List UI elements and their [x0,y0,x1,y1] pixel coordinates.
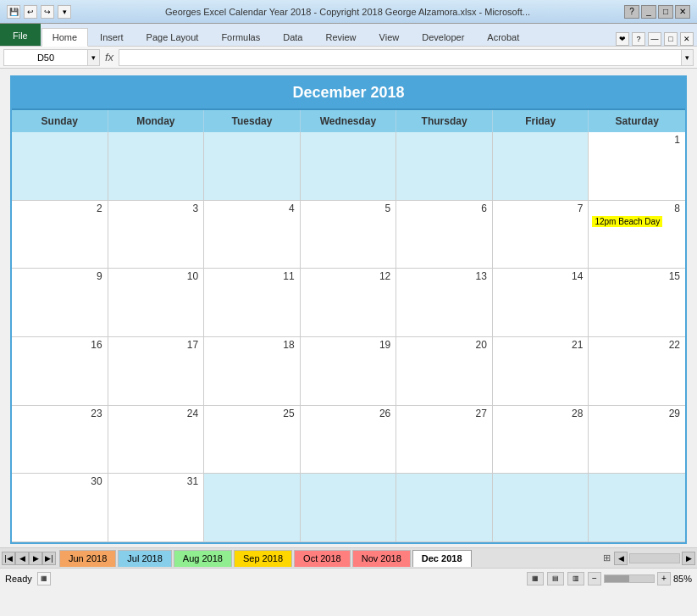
cal-day-1[interactable]: 1 [589,132,685,201]
cal-day-7[interactable]: 7 [493,201,589,269]
tab-formulas[interactable]: Formulas [210,27,271,46]
zoom-out-btn[interactable]: − [588,572,601,585]
cal-day-empty[interactable] [301,132,397,201]
scrollbar-right[interactable]: ▶ [682,552,695,565]
cal-day-29[interactable]: 29 [589,406,685,474]
tab-page-layout[interactable]: Page Layout [136,27,210,46]
cal-day-9[interactable]: 9 [12,269,108,337]
cal-day-empty[interactable] [108,132,205,201]
name-box[interactable]: D50 [3,49,88,66]
cal-day-empty-end[interactable] [396,474,493,542]
calendar-area: December 2018 Sunday Monday Tuesday Wedn… [10,75,687,544]
cal-day-11[interactable]: 11 [204,269,301,337]
cal-day-12[interactable]: 12 [301,269,397,337]
cal-day-22[interactable]: 22 [589,337,685,406]
sheet-tab-dec[interactable]: Dec 2018 [412,550,472,567]
redo-icon[interactable]: ↪ [41,5,54,19]
cal-day-empty[interactable] [396,132,493,201]
sheet-tab-aug[interactable]: Aug 2018 [174,550,232,567]
ribbon-restore-icon[interactable]: □ [664,32,678,46]
cal-day-14[interactable]: 14 [493,269,589,337]
cal-day-10[interactable]: 10 [108,269,205,337]
cal-day-18[interactable]: 18 [204,337,301,406]
cal-day-20[interactable]: 20 [396,337,493,406]
cal-day-empty[interactable] [493,132,589,201]
cal-day-15[interactable]: 15 [589,269,685,337]
zoom-slider[interactable] [604,574,655,583]
cal-day-empty-end[interactable] [589,474,685,542]
help-icon[interactable]: ? [624,5,639,19]
cal-day-25[interactable]: 25 [204,406,301,474]
cal-day-19[interactable]: 19 [301,337,397,406]
ribbon-help-icon[interactable]: ? [632,32,645,46]
ribbon-minimize-icon[interactable]: — [648,32,661,46]
cal-day-27[interactable]: 27 [396,406,493,474]
cal-day-23[interactable]: 23 [12,406,108,474]
zoom-level: 85% [673,574,692,584]
tab-acrobat[interactable]: Acrobat [476,27,530,46]
tab-developer[interactable]: Developer [411,27,475,46]
name-box-dropdown[interactable]: ▾ [88,49,100,66]
header-friday: Friday [493,110,589,132]
cal-day-30[interactable]: 30 [12,474,108,542]
cal-day-5[interactable]: 5 [301,201,397,269]
sheet-tab-jul[interactable]: Jul 2018 [118,550,172,567]
formula-input[interactable] [119,49,682,66]
tab-file[interactable]: File [0,24,41,46]
quick-access-more[interactable]: ▾ [58,5,71,19]
page-break-btn[interactable]: ▥ [567,572,584,585]
cal-day-empty[interactable] [204,132,301,201]
ribbon-close-icon[interactable]: ✕ [680,32,694,46]
calendar-header: Sunday Monday Tuesday Wednesday Thursday… [12,110,685,132]
sheet-tab-oct[interactable]: Oct 2018 [294,550,351,567]
cal-day-6[interactable]: 6 [396,201,493,269]
formula-dropdown[interactable]: ▾ [682,49,694,66]
horizontal-scrollbar[interactable] [629,553,680,563]
cal-day-31[interactable]: 31 [108,474,205,542]
undo-icon[interactable]: ↩ [24,5,37,19]
scrollbar-left[interactable]: ◀ [614,552,628,565]
event-beach-day[interactable]: 12pm Beach Day [592,216,662,227]
restore-icon[interactable]: □ [658,5,673,19]
header-tuesday: Tuesday [204,110,301,132]
sheet-tabs-row: |◀ ◀ ▶ ▶| Jun 2018 Jul 2018 Aug 2018 Sep… [0,547,697,568]
help-question-icon[interactable]: ❤ [616,32,629,46]
tab-home[interactable]: Home [41,28,88,47]
cal-day-28[interactable]: 28 [493,406,589,474]
sheet-tab-sep[interactable]: Sep 2018 [234,550,292,567]
tab-review[interactable]: Review [314,27,367,46]
tab-view[interactable]: View [368,27,411,46]
cal-day-2[interactable]: 2 [12,201,108,269]
cal-day-16[interactable]: 16 [12,337,108,406]
sheet-nav-first[interactable]: |◀ [2,552,15,565]
header-wednesday: Wednesday [301,110,397,132]
cal-day-13[interactable]: 13 [396,269,493,337]
sheet-tab-jun[interactable]: Jun 2018 [59,550,116,567]
close-icon[interactable]: ✕ [675,5,690,19]
cal-day-17[interactable]: 17 [108,337,205,406]
cal-day-26[interactable]: 26 [301,406,397,474]
cal-day-empty-end[interactable] [301,474,397,542]
page-layout-btn[interactable]: ▤ [547,572,564,585]
cal-day-empty-end[interactable] [204,474,301,542]
sheet-nav-icon: ⊞ [603,552,611,563]
zoom-in-btn[interactable]: + [657,572,671,585]
cal-day-21[interactable]: 21 [493,337,589,406]
cal-day-24[interactable]: 24 [108,406,205,474]
cal-day-4[interactable]: 4 [204,201,301,269]
page-layout-icon[interactable]: ▦ [37,572,51,585]
header-saturday: Saturday [589,110,685,132]
minimize-icon[interactable]: _ [641,5,656,19]
sheet-nav-next[interactable]: ▶ [29,552,42,565]
normal-view-btn[interactable]: ▦ [527,572,544,585]
sheet-nav-prev[interactable]: ◀ [15,552,29,565]
sheet-nav-last[interactable]: ▶| [42,552,56,565]
cal-day-empty-end[interactable] [493,474,589,542]
tab-data[interactable]: Data [272,27,313,46]
cal-day-3[interactable]: 3 [108,201,205,269]
cal-day-8[interactable]: 8 12pm Beach Day [589,201,685,269]
save-icon[interactable]: 💾 [7,5,20,19]
tab-insert[interactable]: Insert [89,27,135,46]
cal-day-empty[interactable] [12,132,108,201]
sheet-tab-nov[interactable]: Nov 2018 [352,550,411,567]
